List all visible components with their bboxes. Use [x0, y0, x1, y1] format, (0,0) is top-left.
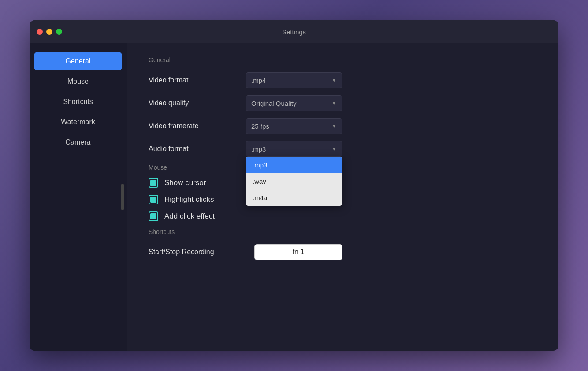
window-title: Settings	[282, 28, 306, 36]
main-content: General Video format .mp4 ▼ Video qualit…	[127, 43, 558, 351]
highlight-clicks-label: Highlight clicks	[164, 195, 214, 204]
video-format-row: Video format .mp4 ▼	[149, 72, 536, 88]
sidebar-item-watermark[interactable]: Watermark	[34, 113, 122, 131]
start-stop-recording-input[interactable]: fn 1	[254, 244, 342, 260]
chevron-down-icon: ▼	[331, 146, 337, 152]
close-button[interactable]	[37, 29, 43, 35]
shortcuts-section: Shortcuts Start/Stop Recording fn 1	[149, 228, 536, 260]
video-format-label: Video format	[149, 76, 237, 84]
video-quality-dropdown[interactable]: Original Quality ▼	[246, 95, 342, 111]
minimize-button[interactable]	[46, 29, 52, 35]
audio-option-wav[interactable]: .wav	[246, 173, 342, 189]
chevron-down-icon: ▼	[331, 100, 337, 106]
show-cursor-row: Show cursor	[149, 178, 536, 188]
highlight-clicks-checkbox[interactable]	[149, 195, 158, 204]
video-framerate-dropdown[interactable]: 25 fps ▼	[246, 118, 342, 134]
video-framerate-row: Video framerate 25 fps ▼	[149, 118, 536, 134]
add-click-effect-label: Add click effect	[164, 212, 215, 221]
audio-option-m4a[interactable]: .m4a	[246, 189, 342, 206]
add-click-effect-checkbox[interactable]	[149, 211, 158, 221]
highlight-clicks-row: Highlight clicks	[149, 195, 536, 204]
general-section-label: General	[149, 56, 536, 63]
chevron-down-icon: ▼	[331, 77, 337, 83]
audio-format-dropdown-container: .mp3 ▼ .mp3 .wav .m4a	[246, 141, 342, 157]
title-bar: Settings	[30, 20, 558, 43]
add-click-effect-row: Add click effect	[149, 211, 536, 221]
start-stop-recording-row: Start/Stop Recording fn 1	[149, 244, 536, 260]
video-quality-label: Video quality	[149, 99, 237, 107]
settings-window: Settings General Mouse Shortcuts Waterma…	[30, 20, 558, 351]
window-body: General Mouse Shortcuts Watermark Camera…	[30, 43, 558, 351]
audio-format-row: Audio format .mp3 ▼ .mp3 .wav	[149, 141, 536, 157]
chevron-down-icon: ▼	[331, 123, 337, 129]
video-quality-row: Video quality Original Quality ▼	[149, 95, 536, 111]
audio-format-dropdown[interactable]: .mp3 ▼	[246, 141, 342, 157]
show-cursor-label: Show cursor	[164, 178, 206, 187]
sidebar-item-general[interactable]: General	[34, 52, 122, 70]
sidebar-item-shortcuts[interactable]: Shortcuts	[34, 93, 122, 111]
scroll-indicator	[121, 184, 124, 210]
sidebar-item-mouse[interactable]: Mouse	[34, 72, 122, 91]
audio-format-menu: .mp3 .wav .m4a	[246, 157, 342, 206]
sidebar-item-camera[interactable]: Camera	[34, 133, 122, 152]
show-cursor-checkbox[interactable]	[149, 178, 158, 188]
maximize-button[interactable]	[56, 29, 62, 35]
audio-option-mp3[interactable]: .mp3	[246, 157, 342, 173]
traffic-lights	[37, 29, 62, 35]
shortcuts-section-label: Shortcuts	[149, 228, 536, 235]
mouse-section-label: Mouse	[149, 164, 536, 171]
sidebar: General Mouse Shortcuts Watermark Camera	[30, 43, 127, 351]
video-framerate-label: Video framerate	[149, 122, 237, 130]
start-stop-recording-label: Start/Stop Recording	[149, 248, 246, 256]
video-format-dropdown[interactable]: .mp4 ▼	[246, 72, 342, 88]
audio-format-label: Audio format	[149, 145, 237, 153]
